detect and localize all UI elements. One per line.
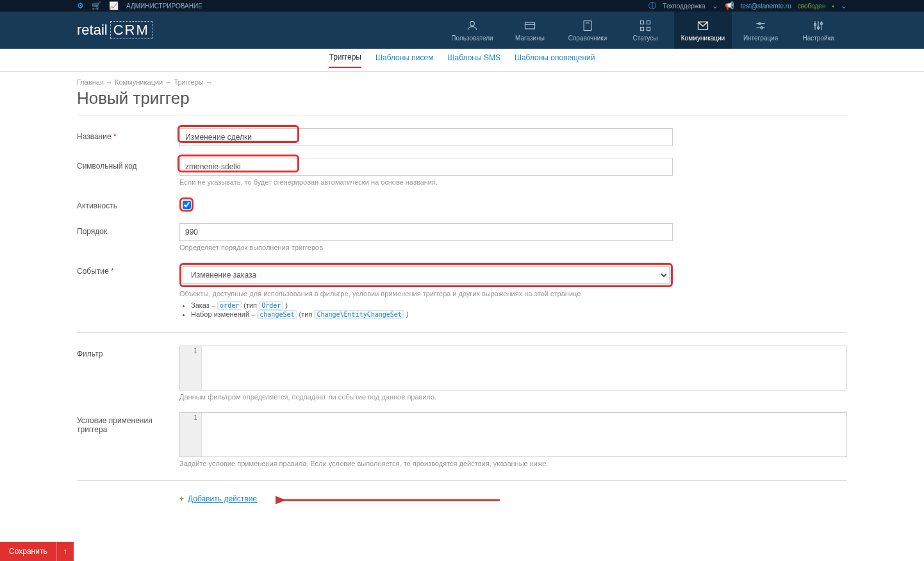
svg-rect-3 bbox=[584, 21, 591, 30]
code-hint: Если не указывать, то будет сгенерирован… bbox=[179, 178, 673, 186]
help-icon[interactable]: ⓘ bbox=[648, 1, 656, 12]
status-dot-icon: ▪ bbox=[832, 3, 834, 10]
nav-settings-label: Настройки bbox=[802, 35, 834, 42]
logo-brand1: retail bbox=[77, 22, 108, 38]
available-objects: Заказ – order (тип Order ) Набор изменен… bbox=[179, 301, 673, 318]
tab-sms-templates[interactable]: Шаблоны SMS bbox=[448, 53, 500, 67]
nav-stores-label: Магазины bbox=[515, 35, 545, 42]
nav-users-label: Пользователи bbox=[451, 35, 493, 42]
add-action-link[interactable]: +Добавить действие bbox=[179, 494, 257, 503]
logo-brand2: CRM bbox=[110, 21, 153, 39]
highlight-code bbox=[177, 155, 299, 172]
nav-comm-label: Коммуникации bbox=[681, 35, 725, 42]
line-number: 1 bbox=[180, 413, 202, 456]
chevron-down-icon[interactable]: ⌄ bbox=[712, 1, 718, 10]
tab-notify-templates[interactable]: Шаблоны оповещений bbox=[515, 53, 595, 67]
nav-statuses-label: Статусы bbox=[633, 35, 658, 42]
order-label: Порядок bbox=[77, 227, 107, 236]
event-select[interactable]: Изменение заказа bbox=[183, 266, 670, 284]
cond-hint: Задайте условие применения правила. Если… bbox=[179, 460, 847, 467]
tab-letter-templates[interactable]: Шаблоны писем bbox=[375, 53, 434, 67]
cart-icon[interactable]: 🛒 bbox=[92, 1, 101, 10]
nav-statuses[interactable]: Статусы bbox=[616, 12, 674, 49]
cond-label: Условие применения триггера bbox=[77, 416, 153, 434]
nav-communications[interactable]: Коммуникации bbox=[674, 12, 732, 49]
chevron-down-icon[interactable]: ⌄ bbox=[841, 1, 847, 10]
filter-label: Фильтр bbox=[77, 349, 103, 358]
crumb-triggers[interactable]: Триггеры bbox=[174, 78, 203, 86]
event-label: Событие bbox=[77, 267, 109, 276]
nav-users[interactable]: Пользователи bbox=[443, 12, 501, 49]
nav-integr-label: Интеграция bbox=[743, 35, 778, 42]
user-status[interactable]: свободен bbox=[798, 3, 826, 10]
active-label: Активность bbox=[77, 201, 117, 210]
plus-icon: + bbox=[179, 494, 184, 503]
order-input[interactable] bbox=[179, 223, 673, 241]
obj-changeset: Набор изменений – changeSet (тип Change\… bbox=[191, 310, 673, 318]
obj-order: Заказ – order (тип Order ) bbox=[191, 301, 673, 309]
gear-icon[interactable]: ⚙ bbox=[77, 1, 84, 10]
svg-rect-6 bbox=[647, 21, 650, 24]
code-label: Символьный код bbox=[77, 162, 137, 171]
filter-editor[interactable]: 1 bbox=[179, 346, 847, 390]
svg-point-0 bbox=[470, 21, 475, 26]
nav-dicts[interactable]: Справочники bbox=[559, 12, 616, 49]
line-number: 1 bbox=[180, 346, 202, 390]
support-link[interactable]: Техподдержка bbox=[663, 3, 705, 10]
announce-icon[interactable]: 📢 bbox=[725, 1, 734, 10]
nav-integration[interactable]: Интеграция bbox=[732, 12, 789, 49]
active-checkbox[interactable] bbox=[183, 201, 191, 209]
page-title: Новый триггер bbox=[77, 88, 847, 108]
condition-editor[interactable]: 1 bbox=[179, 412, 847, 457]
logo[interactable]: retail CRM bbox=[77, 21, 153, 39]
order-hint: Определяет порядок выполнения триггеров bbox=[179, 244, 673, 251]
svg-rect-5 bbox=[641, 21, 644, 24]
user-email[interactable]: test@stanemte.ru bbox=[741, 3, 791, 10]
arrow-annotation bbox=[276, 494, 506, 509]
nav-settings[interactable]: Настройки bbox=[789, 12, 847, 49]
subnav: Триггеры Шаблоны писем Шаблоны SMS Шабло… bbox=[0, 49, 924, 72]
event-hint: Объекты, доступные для использования в ф… bbox=[179, 290, 673, 297]
nav-stores[interactable]: Магазины bbox=[501, 12, 559, 49]
breadcrumb: Главная → Коммуникации → Триггеры → bbox=[77, 78, 847, 86]
svg-rect-1 bbox=[525, 22, 535, 29]
crumb-home[interactable]: Главная bbox=[77, 78, 104, 86]
name-label: Название bbox=[77, 132, 111, 141]
nav-dicts-label: Справочники bbox=[568, 35, 607, 42]
admin-label[interactable]: АДМИНИСТРИРОВАНИЕ bbox=[126, 3, 202, 10]
filter-hint: Данным фильтром определяется, подпадает … bbox=[179, 393, 847, 401]
highlight-event: Изменение заказа bbox=[179, 263, 673, 287]
tab-triggers[interactable]: Триггеры bbox=[329, 53, 361, 68]
svg-rect-8 bbox=[647, 27, 650, 30]
topbar: ⚙ 🛒 📈 АДМИНИСТРИРОВАНИЕ ⓘ Техподдержка ⌄… bbox=[0, 0, 924, 12]
save-dropdown-button[interactable]: ↑ bbox=[56, 542, 74, 553]
crumb-comm[interactable]: Коммуникации bbox=[115, 78, 163, 86]
svg-rect-7 bbox=[641, 27, 644, 30]
header: retail CRM Пользователи Магазины Справоч… bbox=[0, 12, 924, 49]
save-button[interactable]: Сохранить bbox=[0, 542, 56, 553]
highlight-active bbox=[179, 197, 194, 212]
chart-icon[interactable]: 📈 bbox=[109, 1, 119, 10]
highlight-name bbox=[177, 125, 299, 143]
save-bar: Сохранить ↑ bbox=[0, 542, 74, 553]
